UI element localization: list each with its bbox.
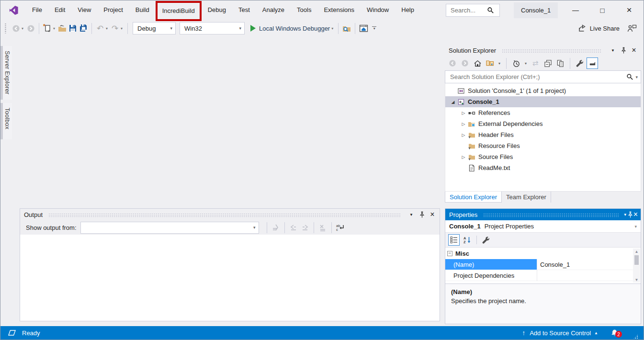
close-icon[interactable]: × (633, 211, 638, 218)
scrollbar-thumb[interactable] (634, 255, 639, 265)
toolbox-tab[interactable]: Toolbox (0, 103, 12, 139)
property-row-project-dependencies[interactable]: Project Dependencies (445, 270, 641, 281)
property-category-misc[interactable]: − Misc (445, 248, 641, 259)
quick-search-input[interactable] (450, 6, 487, 14)
sync-with-active-document-button[interactable]: ⇄ (530, 57, 541, 69)
feedback-button[interactable] (627, 24, 637, 33)
tab-team-explorer[interactable]: Team Explorer (502, 192, 551, 203)
navigate-back-button[interactable] (11, 22, 21, 34)
tree-item-source-files[interactable]: ▷ Source Files (445, 151, 641, 162)
attach-to-process-button[interactable] (341, 22, 352, 34)
properties-button[interactable] (574, 57, 586, 69)
source-control-caret-icon[interactable]: ▲ (594, 331, 598, 335)
tree-item-readme[interactable]: ReadMe.txt (445, 162, 641, 173)
quick-search-box[interactable] (446, 4, 500, 17)
save-button[interactable] (68, 22, 78, 34)
new-project-dropdown-caret[interactable]: ▾ (53, 26, 57, 31)
live-share-button[interactable]: Live Share (578, 24, 620, 33)
close-icon[interactable]: × (630, 46, 638, 55)
expander-collapsed-icon[interactable]: ▷ (460, 122, 467, 126)
show-all-files-button[interactable] (554, 57, 566, 69)
new-project-button[interactable]: * (42, 22, 53, 34)
expander-expanded-icon[interactable]: ◢ (449, 100, 457, 104)
collapse-category-icon[interactable]: − (447, 251, 452, 256)
minimize-button[interactable]: — (562, 0, 589, 20)
expander-collapsed-icon[interactable]: ▷ (460, 155, 467, 159)
output-source-dropdown[interactable]: ▾ (80, 222, 259, 234)
resize-grip[interactable] (633, 333, 639, 340)
word-wrap-button[interactable]: ab c (335, 222, 346, 233)
undo-button[interactable]: ↶ (95, 22, 105, 34)
switch-views-button[interactable] (484, 57, 496, 69)
undo-dropdown-caret[interactable]: ▾ (105, 26, 110, 31)
menu-item-view[interactable]: View (71, 0, 97, 20)
search-options-caret[interactable]: ▾ (635, 75, 638, 79)
menu-item-window[interactable]: Window (361, 0, 395, 20)
collapse-all-button[interactable] (542, 57, 554, 69)
menu-item-test[interactable]: Test (232, 0, 256, 20)
toolbar-overflow-button[interactable]: ▾ (372, 26, 376, 31)
notifications-button[interactable]: 2 (609, 328, 620, 338)
server-explorer-tab[interactable]: Server Explorer (0, 46, 12, 100)
toolbar-grip[interactable] (4, 23, 7, 34)
property-row-name[interactable]: (Name) Console_1 (445, 259, 641, 270)
categorized-button[interactable] (448, 234, 460, 246)
solution-platform-dropdown[interactable]: Win32 ▾ (180, 22, 245, 34)
browser-preview-button[interactable] (358, 22, 369, 34)
menu-item-help[interactable]: Help (395, 0, 420, 20)
save-all-button[interactable] (78, 22, 89, 34)
switch-views-caret[interactable]: ▾ (497, 57, 502, 69)
menu-item-project[interactable]: Project (97, 0, 129, 20)
previous-message-button[interactable] (288, 222, 299, 233)
start-debugging-button[interactable]: Local Windows Debugger (247, 22, 331, 34)
find-message-button[interactable] (270, 222, 282, 233)
redo-button[interactable]: ↷ (110, 22, 120, 34)
tree-item-header-files[interactable]: ▷ Header Files (445, 129, 641, 140)
close-icon[interactable]: × (428, 210, 437, 219)
home-button[interactable] (472, 57, 483, 69)
pending-changes-filter-button[interactable] (510, 57, 522, 69)
close-button[interactable]: × (616, 0, 643, 20)
properties-scrollbar[interactable]: ▲ ▼ (633, 249, 640, 283)
scroll-down-icon[interactable]: ▼ (635, 277, 639, 283)
properties-object-dropdown[interactable]: Console_1 Project Properties ▾ (445, 220, 641, 233)
menu-item-build[interactable]: Build (129, 0, 156, 20)
window-position-menu-icon[interactable]: ▼ (609, 46, 617, 55)
output-content[interactable] (20, 235, 440, 321)
se-forward-button[interactable] (459, 57, 471, 69)
navigate-forward-button[interactable] (25, 22, 36, 34)
tree-item-project-console1[interactable]: ◢ Console_1 (445, 96, 641, 107)
pin-icon[interactable] (619, 46, 628, 55)
alphabetical-sort-button[interactable]: A Z (462, 234, 473, 246)
tree-item-references[interactable]: ▷ References (445, 107, 641, 118)
next-message-button[interactable] (299, 222, 311, 233)
expander-collapsed-icon[interactable]: ▷ (460, 133, 467, 137)
pin-icon[interactable] (627, 211, 633, 218)
maximize-button[interactable]: □ (589, 0, 616, 20)
tree-item-resource-files[interactable]: Resource Files (445, 140, 641, 151)
menu-item-extensions[interactable]: Extensions (317, 0, 361, 20)
scroll-up-icon[interactable]: ▲ (635, 249, 639, 254)
preview-selected-items-button[interactable] (587, 57, 598, 69)
add-to-source-control-button[interactable]: Add to Source Control (530, 329, 591, 337)
menu-item-incredibuild[interactable]: IncrediBuild (156, 1, 202, 21)
solution-configuration-dropdown[interactable]: Debug ▾ (133, 22, 176, 34)
tree-item-solution[interactable]: Solution 'Console_1' (1 of 1 project) (445, 85, 641, 96)
solution-explorer-search-input[interactable] (449, 73, 626, 81)
open-file-button[interactable] (57, 22, 68, 34)
menu-item-debug[interactable]: Debug (202, 0, 232, 20)
menu-item-file[interactable]: File (26, 0, 48, 20)
menu-item-edit[interactable]: Edit (48, 0, 71, 20)
tree-item-external-dependencies[interactable]: ▷ External Dependencies (445, 118, 641, 129)
debug-target-dropdown-caret[interactable]: ▾ (331, 26, 335, 31)
pin-icon[interactable] (418, 210, 426, 219)
clear-all-button[interactable] (317, 222, 328, 233)
pending-changes-caret[interactable]: ▾ (523, 57, 529, 69)
se-back-button[interactable] (447, 57, 458, 69)
back-dropdown-caret[interactable]: ▾ (21, 26, 25, 31)
redo-dropdown-caret[interactable]: ▾ (120, 26, 124, 31)
expander-collapsed-icon[interactable]: ▷ (460, 111, 467, 115)
tab-solution-explorer[interactable]: Solution Explorer (445, 192, 502, 203)
menu-item-tools[interactable]: Tools (291, 0, 317, 20)
menu-item-analyze[interactable]: Analyze (256, 0, 291, 20)
